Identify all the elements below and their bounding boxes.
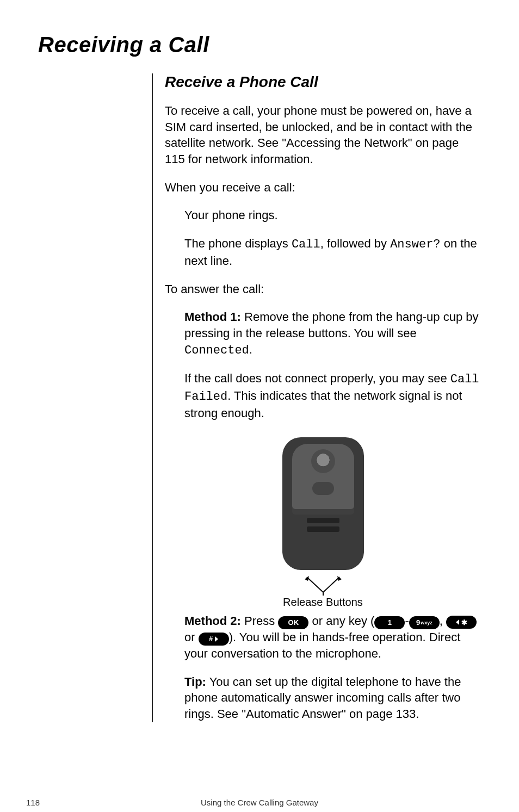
bullet-display: The phone displays Call, followed by Ans… <box>184 235 481 269</box>
figure-caption: Release Buttons <box>165 597 481 608</box>
text: ) <box>229 630 233 644</box>
one-key-icon: 1 <box>374 616 405 629</box>
text: , <box>440 614 446 628</box>
text: The phone displays <box>184 237 292 250</box>
text-or: or <box>312 614 326 628</box>
page-title: Receiving a Call <box>38 33 481 57</box>
device-figure: Release Buttons <box>165 433 481 608</box>
method2-label: Method 2: <box>184 614 241 628</box>
ok-key-icon: OK <box>278 616 308 629</box>
text: Press <box>241 614 278 628</box>
answer-label: To answer the call: <box>165 281 481 297</box>
display-answer-text: Answer? <box>390 238 440 251</box>
text: You can set up the digital telephone to … <box>184 675 461 721</box>
svg-marker-0 <box>305 576 309 581</box>
tip-paragraph: Tip: You can set up the digital telephon… <box>184 674 481 722</box>
text-any-key: any key <box>326 614 370 628</box>
text: ( <box>370 614 374 628</box>
device-illustration <box>277 433 369 574</box>
svg-marker-1 <box>337 576 342 581</box>
main-column: Receive a Phone Call To receive a call, … <box>152 73 481 722</box>
text-or: or <box>184 630 199 644</box>
page-number: 118 <box>26 798 40 807</box>
fail-paragraph: If the call does not connect properly, y… <box>184 370 481 421</box>
text: - <box>405 614 409 628</box>
section-title: Receive a Phone Call <box>165 73 481 91</box>
star-key-icon: ✱ <box>446 616 477 629</box>
method-2: Method 2: Press OK or any key (1-9wxyz, … <box>184 613 481 661</box>
when-label: When you receive a call: <box>165 179 481 196</box>
tip-label: Tip: <box>184 675 206 689</box>
nine-key-icon: 9wxyz <box>409 616 440 629</box>
footer-label: Using the Crew Calling Gateway <box>201 798 318 807</box>
hash-key-icon: # <box>199 633 229 646</box>
method1-label: Method 1: <box>184 310 241 324</box>
callout-arrow-icon <box>301 576 345 596</box>
text: , followed by <box>320 237 390 250</box>
bullet-rings: Your phone rings. <box>184 207 481 224</box>
text: . <box>249 343 252 356</box>
method-1: Method 1: Remove the phone from the hang… <box>184 309 481 358</box>
intro-paragraph: To receive a call, your phone must be po… <box>165 103 481 168</box>
display-connected-text: Connected <box>184 344 249 357</box>
text: If the call does not connect properly, y… <box>184 371 450 385</box>
display-call-text: Call <box>292 238 320 251</box>
